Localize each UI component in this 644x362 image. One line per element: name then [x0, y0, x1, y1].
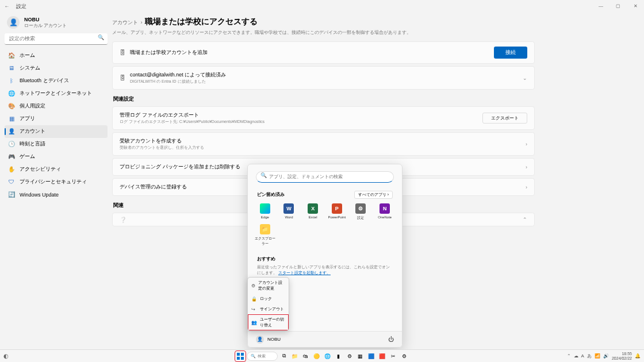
- nav-icon: 🛡: [8, 179, 15, 185]
- sidebar-item[interactable]: 🌐ネットワークとインターネット: [5, 87, 108, 100]
- volume-icon[interactable]: 🔊: [603, 353, 609, 359]
- start-settings-link[interactable]: スタート設定を起動します。: [278, 271, 331, 275]
- start-tile[interactable]: ⚙設定: [350, 202, 373, 222]
- nav-label: システム: [20, 64, 40, 72]
- user-menu-item[interactable]: ↪サインアウト: [248, 304, 289, 314]
- sidebar-item[interactable]: ✋アクセシビリティ: [5, 163, 108, 176]
- search-input[interactable]: [5, 33, 108, 45]
- app-icon[interactable]: 🟦: [367, 352, 376, 361]
- recommended-heading: おすすめ: [257, 256, 393, 262]
- recommended-text: 最近使ったファイルと新しいアプリを表示するには、これらを設定でオンにします。 ス…: [257, 264, 393, 276]
- settings-icon[interactable]: ⚙: [345, 352, 354, 361]
- sidebar-item[interactable]: 🎮ゲーム: [5, 151, 108, 163]
- app-icon[interactable]: ▦: [356, 352, 365, 361]
- nav-label: アクセシビリティ: [20, 165, 61, 173]
- card-subtitle: 受験者のアカウントを選択し、住所を入力する: [120, 145, 526, 151]
- app-icon: ⚙: [355, 203, 366, 214]
- sidebar-item[interactable]: ▦アプリ: [5, 113, 108, 125]
- account-block[interactable]: 👤 NOBU ローカル アカウント: [7, 16, 108, 29]
- settings-card[interactable]: 受験アカウントを作成する受験者のアカウントを選択し、住所を入力する›: [112, 132, 535, 156]
- nav-label: アカウント: [20, 128, 45, 135]
- close-button[interactable]: ✕: [627, 0, 644, 13]
- taskbar-search[interactable]: 🔍 検索: [247, 352, 278, 361]
- menu-label: ユーザーの切り替え: [260, 317, 285, 328]
- start-search[interactable]: 🔍: [256, 170, 394, 183]
- clock[interactable]: 18:55 2024/02/22: [612, 352, 632, 361]
- widgets-button[interactable]: ◐: [3, 353, 9, 359]
- tray-chevron-icon[interactable]: ⌃: [567, 353, 571, 359]
- ime-mode-icon[interactable]: あ: [587, 353, 592, 359]
- nav-label: ネットワークとインターネット: [20, 90, 92, 97]
- sidebar-item[interactable]: 🔄Windows Update: [5, 188, 108, 201]
- nav-icon: 🖥: [8, 65, 15, 71]
- start-tile[interactable]: XExcel: [301, 202, 324, 222]
- settings-card[interactable]: 管理ログ ファイルのエクスポートログ ファイルのエクスポート先: C:¥User…: [112, 106, 535, 130]
- nav-label: 時刻と言語: [20, 140, 45, 148]
- terminal-icon[interactable]: ▮: [334, 352, 343, 361]
- export-button[interactable]: エクスポート: [482, 113, 527, 124]
- user-menu-item[interactable]: 👥ユーザーの切り替え: [248, 314, 289, 330]
- svg-rect-3: [241, 357, 244, 360]
- menu-icon: 🔒: [251, 296, 257, 302]
- start-button[interactable]: [236, 352, 245, 361]
- start-tile[interactable]: NOneNote: [373, 202, 396, 222]
- minimize-button[interactable]: —: [592, 0, 610, 13]
- user-menu-item[interactable]: 🔒ロック: [248, 294, 289, 304]
- search-icon: 🔍: [260, 172, 267, 178]
- all-apps-button[interactable]: すべてのアプリ ›: [354, 191, 393, 199]
- nav-icon: ᛒ: [8, 78, 15, 84]
- sidebar-item[interactable]: 👤アカウント: [5, 125, 108, 138]
- ime-icon[interactable]: A: [581, 353, 584, 359]
- edge-icon[interactable]: 🌐: [323, 352, 332, 361]
- start-tile[interactable]: Edge: [254, 202, 277, 222]
- notifications-icon[interactable]: 🔔: [635, 353, 641, 359]
- store-icon[interactable]: 🛍: [301, 352, 310, 361]
- start-tile[interactable]: WWord: [278, 202, 301, 222]
- tile-label: Word: [285, 215, 293, 219]
- sidebar-item[interactable]: 🖥システム: [5, 62, 108, 75]
- maximize-button[interactable]: ▢: [610, 0, 627, 13]
- connected-sub: DIGITALWITH の Entra ID に接続しました: [130, 79, 523, 84]
- settings-search[interactable]: 🔍: [5, 32, 108, 45]
- chrome-icon[interactable]: 🟡: [312, 352, 321, 361]
- sidebar-item[interactable]: 🕒時刻と言語: [5, 138, 108, 151]
- window-title: 設定: [16, 3, 26, 10]
- onedrive-icon[interactable]: ☁: [574, 353, 578, 359]
- user-menu-item[interactable]: ⚙アカウント設定の変更: [248, 278, 289, 294]
- tile-label: Edge: [261, 215, 269, 219]
- back-button[interactable]: ←: [2, 3, 12, 9]
- connected-account-card[interactable]: 🗄 contact@digitalwith.net によって接続済み DIGIT…: [112, 66, 535, 90]
- nav-label: Windows Update: [20, 192, 59, 198]
- chevron-right-icon: ›: [140, 20, 142, 25]
- nav-icon: 🎮: [8, 153, 15, 160]
- snip-icon[interactable]: ✂: [389, 352, 398, 361]
- app-icon[interactable]: ⚙: [400, 352, 409, 361]
- start-user-button[interactable]: 👤 NOBU: [256, 336, 281, 344]
- connected-title: contact@digitalwith.net によって接続済み: [130, 71, 523, 79]
- app-icon[interactable]: 🟥: [378, 352, 387, 361]
- nav-label: アプリ: [20, 115, 35, 122]
- wifi-icon[interactable]: 📶: [595, 353, 600, 359]
- sidebar-item[interactable]: 🏠ホーム: [5, 49, 108, 62]
- breadcrumb-parent[interactable]: アカウント: [112, 20, 138, 25]
- sidebar-item[interactable]: ᛒBluetooth とデバイス: [5, 75, 108, 87]
- help-icon: ❔: [120, 217, 130, 223]
- tile-label: PowerPoint: [328, 215, 346, 219]
- avatar-icon: 👤: [7, 16, 20, 29]
- start-search-input[interactable]: [256, 171, 394, 183]
- sidebar-item[interactable]: 🎨個人用設定: [5, 100, 108, 113]
- start-tile[interactable]: 📁エクスプローラー: [254, 223, 277, 248]
- connect-button[interactable]: 接続: [494, 47, 527, 59]
- search-icon: 🔍: [98, 34, 104, 40]
- explorer-icon[interactable]: 📁: [290, 352, 300, 361]
- power-button[interactable]: ⏻: [388, 336, 394, 342]
- start-username: NOBU: [267, 337, 281, 342]
- task-view-button[interactable]: ⧉: [279, 352, 289, 361]
- nav-icon: ✋: [8, 166, 15, 172]
- start-tile[interactable]: PPowerPoint: [325, 202, 348, 222]
- nav-label: 個人用設定: [20, 102, 45, 110]
- app-icon: [260, 203, 270, 214]
- tile-label: 設定: [357, 215, 364, 221]
- sidebar-item[interactable]: 🛡プライバシーとセキュリティ: [5, 176, 108, 188]
- chevron-down-icon: ⌄: [523, 75, 527, 81]
